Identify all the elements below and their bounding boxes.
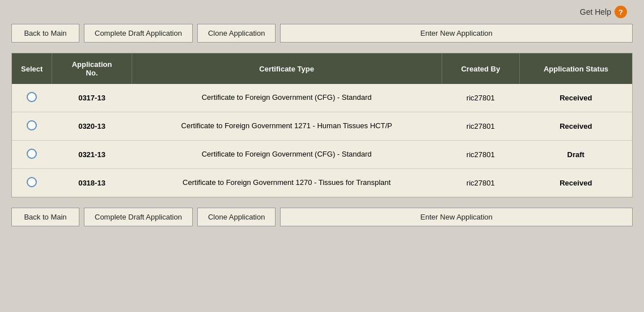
cert-type-cell: Certificate to Foreign Government (CFG) … [132,84,442,112]
radio-button[interactable] [27,120,37,130]
get-help-label: Get Help [580,7,611,16]
table-row: 0317-13Certificate to Foreign Government… [12,84,632,112]
col-header-cert-type: Certificate Type [132,53,442,84]
status-cell: Received [520,112,632,141]
app-no-cell: 0317-13 [52,84,132,112]
created-by-cell: ric27801 [442,112,520,141]
complete-draft-button-top[interactable]: Complete Draft Application [84,24,193,43]
select-cell [12,84,52,112]
status-cell: Received [520,84,632,112]
table-header-row: Select ApplicationNo. Certificate Type C… [12,53,632,84]
col-header-status: Application Status [520,53,632,84]
created-by-cell: ric27801 [442,141,520,169]
table-row: 0321-13Certificate to Foreign Government… [12,141,632,169]
enter-new-application-button-bottom[interactable]: Enter New Application [280,208,633,226]
get-help-link[interactable]: Get Help ? [580,6,627,18]
table-row: 0318-13Certificate to Foreign Government… [12,169,632,197]
back-to-main-button-bottom[interactable]: Back to Main [11,208,79,226]
select-cell [12,112,52,141]
applications-table: Select ApplicationNo. Certificate Type C… [12,53,632,197]
status-cell: Draft [520,141,632,169]
created-by-cell: ric27801 [442,84,520,112]
select-cell [12,169,52,197]
applications-table-container: Select ApplicationNo. Certificate Type C… [11,53,633,197]
bottom-button-row: Back to Main Complete Draft Application … [11,208,633,226]
col-header-created-by: Created By [442,53,520,84]
app-no-cell: 0321-13 [52,141,132,169]
clone-application-button-top[interactable]: Clone Application [197,24,276,43]
table-row: 0320-13Certificate to Foreign Government… [12,112,632,141]
status-cell: Received [520,169,632,197]
col-header-select: Select [12,53,52,84]
select-cell [12,141,52,169]
radio-button[interactable] [27,177,37,187]
top-bar: Get Help ? [11,6,633,18]
help-icon[interactable]: ? [615,6,627,18]
radio-button[interactable] [27,149,37,159]
app-no-cell: 0320-13 [52,112,132,141]
top-button-row: Back to Main Complete Draft Application … [11,24,633,43]
cert-type-cell: Certificate to Foreign Government (CFG) … [132,141,442,169]
enter-new-application-button-top[interactable]: Enter New Application [280,24,633,43]
cert-type-cell: Certificate to Foreign Government 1271 -… [132,112,442,141]
app-no-cell: 0318-13 [52,169,132,197]
radio-button[interactable] [27,92,37,102]
col-header-app-no: ApplicationNo. [52,53,132,84]
created-by-cell: ric27801 [442,169,520,197]
complete-draft-button-bottom[interactable]: Complete Draft Application [84,208,193,226]
clone-application-button-bottom[interactable]: Clone Application [197,208,276,226]
cert-type-cell: Certificate to Foreign Government 1270 -… [132,169,442,197]
back-to-main-button-top[interactable]: Back to Main [11,24,79,43]
